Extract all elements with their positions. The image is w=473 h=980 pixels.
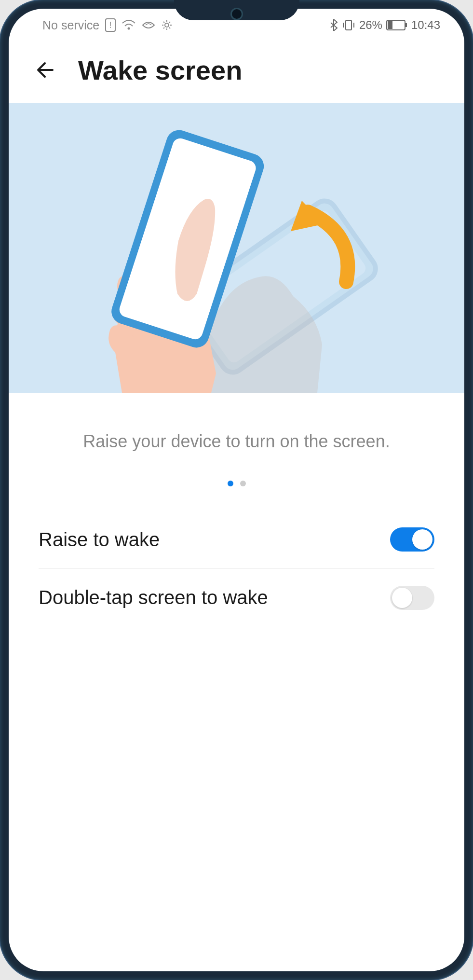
svg-text:!: !	[109, 20, 112, 30]
vibrate-icon	[342, 19, 355, 31]
toggle-knob	[412, 529, 432, 550]
raise-to-wake-illustration[interactable]	[9, 103, 464, 393]
svg-point-2	[128, 28, 130, 30]
screen: No service !	[9, 9, 464, 971]
page-indicator[interactable]	[9, 481, 464, 511]
svg-rect-8	[388, 21, 392, 29]
setting-label: Double-tap screen to wake	[39, 587, 268, 608]
page-dot-1[interactable]	[228, 481, 233, 486]
svg-rect-9	[405, 23, 407, 27]
setting-label: Raise to wake	[39, 529, 160, 551]
double-tap-to-wake-toggle[interactable]	[390, 586, 434, 610]
svg-point-3	[165, 23, 169, 27]
svg-rect-4	[346, 20, 351, 30]
raise-to-wake-toggle[interactable]	[390, 527, 434, 552]
page-dot-2[interactable]	[240, 481, 246, 486]
header: Wake screen	[9, 37, 464, 103]
battery-percent-text: 26%	[359, 18, 382, 32]
toggle-knob	[392, 588, 412, 608]
illustration-caption: Raise your device to turn on the screen.	[9, 393, 464, 481]
gear-icon	[161, 19, 173, 31]
sim-alert-icon: !	[105, 18, 116, 32]
service-status-text: No service	[42, 18, 99, 32]
device-frame: No service !	[0, 0, 473, 980]
page-title: Wake screen	[78, 55, 242, 86]
back-button[interactable]	[32, 56, 59, 83]
time-text: 10:43	[411, 18, 440, 32]
setting-raise-to-wake[interactable]: Raise to wake	[39, 511, 434, 568]
bluetooth-icon	[329, 19, 338, 31]
wifi-icon	[122, 19, 136, 31]
setting-double-tap-to-wake[interactable]: Double-tap screen to wake	[39, 568, 434, 626]
screen-notch	[174, 0, 299, 20]
signal-icon	[142, 19, 155, 31]
battery-icon	[386, 20, 407, 30]
back-arrow-icon	[33, 58, 57, 82]
settings-list: Raise to wake Double-tap screen to wake	[9, 511, 464, 626]
